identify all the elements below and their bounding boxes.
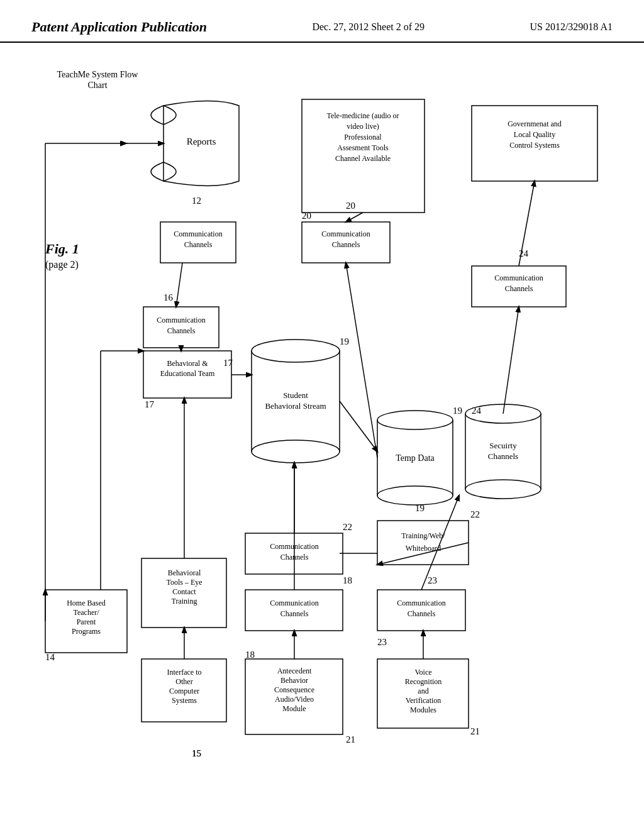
svg-text:20: 20 — [302, 211, 311, 221]
svg-text:Communication: Communication — [397, 599, 445, 607]
svg-text:Behavioral &: Behavioral & — [167, 359, 209, 368]
svg-text:Student: Student — [283, 390, 308, 400]
svg-point-88 — [465, 480, 541, 499]
svg-text:Channels: Channels — [332, 240, 360, 249]
svg-text:Behavior: Behavior — [280, 676, 308, 685]
svg-text:Channels: Channels — [280, 609, 309, 618]
svg-text:Recognition: Recognition — [405, 677, 442, 686]
svg-text:Interface to: Interface to — [167, 668, 202, 677]
svg-text:Control Systems: Control Systems — [509, 141, 560, 150]
svg-text:15: 15 — [192, 748, 201, 758]
svg-text:Whiteboard: Whiteboard — [406, 544, 441, 553]
svg-text:17: 17 — [223, 358, 233, 368]
svg-text:Reports: Reports — [187, 136, 216, 147]
svg-text:Programs: Programs — [72, 627, 101, 636]
svg-text:Behavioral Stream: Behavioral Stream — [265, 401, 326, 411]
svg-text:18: 18 — [245, 650, 255, 660]
svg-line-102 — [176, 263, 182, 307]
svg-text:Fig. 1: Fig. 1 — [45, 241, 79, 257]
svg-line-119 — [503, 307, 519, 414]
patent-diagram: TeachMe System Flow Chart Fig. 1 (page 2… — [0, 43, 644, 822]
svg-text:Communication: Communication — [494, 274, 543, 282]
svg-text:Parent: Parent — [77, 617, 96, 626]
svg-text:Professional: Professional — [344, 133, 382, 141]
svg-text:Channel Available: Channel Available — [335, 154, 391, 163]
svg-text:21: 21 — [470, 726, 480, 736]
svg-text:Communication: Communication — [174, 230, 222, 238]
svg-text:Communication: Communication — [321, 230, 370, 238]
svg-text:23: 23 — [428, 575, 437, 585]
svg-text:Other: Other — [175, 677, 192, 686]
svg-text:Tools – Eye: Tools – Eye — [166, 578, 202, 587]
svg-line-118 — [421, 495, 459, 590]
svg-text:Teacher/: Teacher/ — [73, 608, 99, 617]
svg-text:19: 19 — [415, 503, 425, 513]
svg-text:12: 12 — [192, 196, 201, 206]
svg-text:14: 14 — [45, 652, 55, 662]
svg-text:Communication: Communication — [270, 599, 318, 607]
svg-text:Channels: Channels — [408, 609, 436, 618]
page-header: Patent Application Publication Dec. 27, … — [0, 0, 644, 43]
svg-text:Contact: Contact — [172, 587, 196, 596]
svg-line-115 — [346, 263, 377, 458]
svg-text:Antecedent: Antecedent — [277, 667, 312, 675]
svg-point-57 — [377, 486, 453, 505]
svg-text:19: 19 — [453, 406, 462, 416]
svg-text:Secuirty: Secuirty — [489, 441, 517, 450]
svg-text:Channels: Channels — [505, 284, 533, 293]
svg-text:Verification: Verification — [406, 696, 441, 705]
publication-title: Patent Application Publication — [31, 19, 207, 35]
svg-text:16: 16 — [164, 292, 174, 302]
sheet-info: Dec. 27, 2012 Sheet 2 of 29 — [312, 19, 425, 33]
svg-text:Channels: Channels — [184, 240, 213, 249]
svg-text:Behavioral: Behavioral — [168, 568, 201, 577]
svg-point-34 — [252, 340, 340, 362]
svg-text:Training/Web/: Training/Web/ — [401, 531, 445, 540]
svg-text:Computer: Computer — [169, 687, 199, 695]
patent-number: US 2012/329018 A1 — [530, 19, 613, 33]
svg-text:Communication: Communication — [157, 316, 205, 324]
svg-line-121 — [346, 213, 363, 222]
svg-text:21: 21 — [346, 734, 355, 744]
svg-text:24: 24 — [472, 406, 482, 416]
svg-text:Module: Module — [282, 704, 306, 713]
svg-text:23: 23 — [377, 637, 387, 647]
svg-text:TeachMe System Flow: TeachMe System Flow — [57, 70, 139, 79]
svg-text:Systems: Systems — [172, 696, 197, 705]
svg-text:Governmenat and: Governmenat and — [508, 119, 562, 128]
svg-line-114 — [340, 401, 377, 451]
svg-text:Channels: Channels — [167, 326, 196, 335]
svg-point-56 — [377, 411, 453, 429]
svg-text:Training: Training — [172, 597, 197, 606]
svg-text:Temp Data: Temp Data — [396, 453, 435, 463]
svg-text:Modules: Modules — [410, 706, 436, 714]
diagram-area: TeachMe System Flow Chart Fig. 1 (page 2… — [0, 43, 644, 822]
svg-text:(page 2): (page 2) — [45, 259, 79, 270]
svg-text:Assesment Tools: Assesment Tools — [337, 143, 389, 152]
svg-rect-76 — [377, 521, 469, 565]
svg-text:18: 18 — [343, 575, 352, 585]
svg-text:and: and — [418, 687, 428, 695]
svg-text:Chart: Chart — [87, 80, 107, 90]
svg-text:Channels: Channels — [488, 451, 518, 461]
svg-text:Home Based: Home Based — [67, 599, 106, 607]
svg-text:20: 20 — [346, 201, 355, 211]
svg-text:Tele-medicine (audio or: Tele-medicine (audio or — [326, 111, 399, 120]
svg-text:Consequence: Consequence — [274, 685, 314, 694]
svg-text:Voice: Voice — [414, 668, 431, 677]
svg-text:video live): video live) — [347, 122, 379, 131]
svg-text:22: 22 — [470, 509, 480, 519]
svg-text:Educational Team: Educational Team — [160, 369, 215, 378]
svg-text:19: 19 — [340, 336, 349, 346]
svg-text:Local Quality: Local Quality — [514, 130, 555, 139]
svg-text:22: 22 — [343, 522, 352, 532]
svg-text:Audio/Video: Audio/Video — [275, 695, 314, 704]
svg-text:17: 17 — [145, 399, 155, 409]
svg-point-35 — [252, 440, 340, 463]
